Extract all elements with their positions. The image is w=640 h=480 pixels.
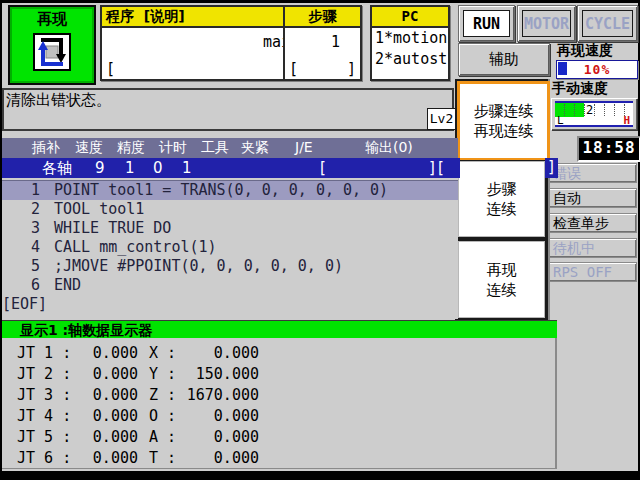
motor-button-label: MOTOR: [522, 10, 571, 37]
col-clamp: 夹紧: [241, 139, 269, 157]
step-table-header: 插补 速度 精度 计时 工具 夹紧 J/E 输出(0): [2, 138, 458, 158]
status-auto: 自动: [548, 188, 637, 208]
pc-panel-header: PC: [372, 7, 448, 28]
cycle-button-label: CYCLE: [582, 10, 633, 37]
run-button-label: RUN: [463, 10, 510, 37]
axis-row-jt4: JT 4 :0.000O :0.000: [2, 406, 555, 427]
accuracy-value: 1: [125, 159, 135, 177]
gauge-low-label: L: [557, 116, 564, 125]
program-panel-header: 程序 [说明]: [102, 7, 305, 28]
manual-speed-value: 2: [586, 103, 593, 117]
eof-marker: [EOF]: [2, 295, 458, 314]
program-name-value: main: [102, 28, 305, 52]
code-line[interactable]: 4CALL mm_control(1): [2, 238, 458, 257]
code-line[interactable]: 3WHILE TRUE DO: [2, 219, 458, 238]
code-line[interactable]: 6END: [2, 276, 458, 295]
step-bracket-close: ]: [347, 61, 356, 77]
code-line[interactable]: 2TOOL tool1: [2, 200, 458, 219]
manual-speed-label: 手动速度: [552, 80, 608, 98]
program-bracket-open: [: [106, 61, 115, 77]
mode-step-cont-playback-cont-button[interactable]: 步骤连续 再现连续: [457, 81, 550, 161]
status-rps-off: RPS OFF: [548, 262, 637, 282]
playback-mode-button[interactable]: 再现: [8, 5, 96, 85]
program-listing: 1POINT tool1 = TRANS(0, 0, 0, 0, 0, 0) 2…: [2, 178, 458, 319]
col-interpolation: 插补: [32, 139, 60, 157]
code-line[interactable]: 5;JMOVE #PPOINT(0, 0, 0, 0, 0, 0): [2, 257, 458, 276]
current-row-tail-bracket: ]: [545, 158, 558, 178]
axis-data-panel: JT 1 :0.000X :0.000 JT 2 :0.000Y :150.00…: [2, 338, 557, 469]
playback-speed-bar: 10%: [556, 60, 638, 79]
tool-value: 1: [182, 159, 192, 177]
message-bar: 清除出错状态。: [2, 88, 454, 131]
playback-speed-label: 再现速度: [557, 42, 613, 60]
access-level-badge: Lv2: [427, 108, 456, 130]
timer-value: 0: [153, 159, 163, 177]
step-selector-panel[interactable]: 步骤 1 [ ]: [283, 5, 362, 81]
aux-button[interactable]: 辅助: [458, 43, 550, 76]
teach-pendant-screen: 再现 程序 [说明] main [ ] 步骤 1 [ ] PC 1*motion…: [0, 0, 640, 480]
status-check-single-step: 检查单步: [548, 213, 637, 233]
col-speed: 速度: [75, 139, 103, 157]
status-error: 错误: [548, 163, 637, 183]
display-panel-title: 显示1 :轴数据显示器: [2, 320, 557, 338]
run-button[interactable]: RUN: [458, 5, 515, 42]
code-line[interactable]: 1POINT tool1 = TRANS(0, 0, 0, 0, 0, 0): [2, 181, 458, 200]
speed-value: 9: [95, 159, 105, 177]
pc-task-1: 1*motion: [372, 28, 448, 49]
cycle-button[interactable]: CYCLE: [577, 5, 638, 42]
motor-button[interactable]: MOTOR: [517, 5, 576, 42]
playback-speed-value: 10%: [557, 62, 637, 77]
interp-value: 各轴: [42, 159, 72, 178]
axis-row-jt1: JT 1 :0.000X :0.000: [2, 343, 555, 364]
program-selector-panel[interactable]: 程序 [说明] main [ ]: [100, 5, 307, 81]
current-step-row[interactable]: 各轴 9 1 0 1 [ ] [: [2, 158, 460, 178]
playback-mode-label: 再现: [10, 10, 94, 29]
col-accuracy: 精度: [117, 139, 145, 157]
status-standby: 待机中: [548, 238, 637, 258]
col-je: J/E: [295, 139, 313, 155]
pc-task-2: 2*autost: [372, 49, 448, 70]
mode-step-continuous-button[interactable]: 步骤 连续: [457, 160, 546, 238]
col-tool: 工具: [201, 139, 229, 157]
col-output: 输出(0): [365, 139, 413, 157]
pc-program-panel[interactable]: PC 1*motion 2*autost: [370, 5, 450, 81]
axis-row-jt2: JT 2 :0.000Y :150.000: [2, 364, 555, 385]
step-bracket-open: [: [289, 61, 298, 77]
message-text: 清除出错状态。: [6, 91, 111, 110]
mode-button-group: 步骤连续 再现连续 步骤 连续 再现 连续: [455, 79, 548, 321]
gauge-high-label: H: [623, 116, 630, 125]
axis-row-jt6: JT 6 :0.000T :0.000: [2, 448, 555, 469]
mode-playback-continuous-button[interactable]: 再现 连续: [457, 240, 546, 319]
axis-row-jt5: JT 5 :0.000A :0.000: [2, 427, 555, 448]
axis-row-jt3: JT 3 :0.000Z :1670.000: [2, 385, 555, 406]
clock-display: 18:58: [577, 136, 640, 162]
col-timer: 计时: [159, 139, 187, 157]
manual-speed-gauge: 2 L H: [551, 98, 637, 130]
cycle-arrows-icon: [31, 31, 73, 73]
step-number-value: 1: [285, 28, 360, 52]
step-panel-header: 步骤: [285, 7, 360, 28]
